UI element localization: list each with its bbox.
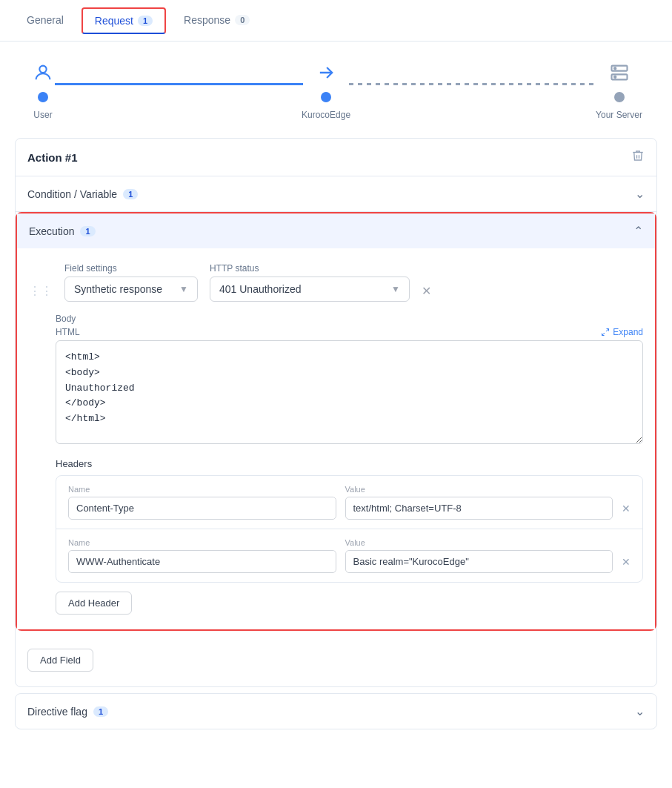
header-close-button-1[interactable]: ✕: [622, 503, 631, 514]
header-name-label-1: Name: [68, 485, 336, 494]
field-settings-dropdown[interactable]: Synthetic response ▼: [64, 277, 198, 302]
field-settings-chevron-icon: ▼: [179, 284, 188, 294]
condition-label-text: Condition / Variable: [27, 188, 117, 200]
svg-point-0: [39, 66, 46, 73]
header-row-1: Name Value ✕: [56, 476, 642, 529]
http-status-label: HTTP status: [210, 263, 410, 274]
header-value-col-1: Value: [345, 485, 613, 520]
http-status-value: 401 Unauthorized: [219, 283, 302, 295]
body-label: Body: [56, 314, 643, 324]
action-card: Action #1 Condition / Variable 1 ⌄: [15, 138, 657, 687]
progress-bar: User KurocoEdge Your Server: [0, 42, 672, 138]
execution-header[interactable]: Execution 1 ⌃: [17, 213, 655, 248]
tab-response-label: Response: [184, 14, 230, 26]
field-settings-row: ⋮⋮ Field settings Synthetic response ▼ H…: [29, 263, 643, 302]
server-label: Your Server: [596, 110, 642, 120]
header-name-col-1: Name: [68, 485, 336, 520]
progress-node-edge: KurocoEdge: [302, 59, 350, 120]
edge-label: KurocoEdge: [302, 110, 350, 120]
execution-badge: 1: [80, 226, 95, 236]
header-value-label-2: Value: [345, 538, 613, 547]
html-row: HTML Expand: [56, 327, 643, 337]
svg-point-4: [614, 76, 616, 78]
tab-response-badge: 0: [235, 15, 250, 25]
execution-label-group: Execution 1: [29, 225, 96, 237]
directive-flag-section[interactable]: Directive flag 1 ⌄: [15, 693, 657, 729]
svg-point-3: [614, 67, 616, 69]
tab-request-label: Request: [95, 15, 133, 27]
tab-request-badge: 1: [138, 16, 153, 26]
field-settings-value: Synthetic response: [74, 283, 162, 295]
http-status-group: HTTP status 401 Unauthorized ▼: [210, 263, 410, 302]
expand-label: Expand: [613, 327, 643, 337]
header-name-label-2: Name: [68, 538, 336, 547]
header-row-2: Name Value ✕: [56, 529, 642, 582]
tab-response[interactable]: Response 0: [172, 8, 262, 33]
body-section: Body HTML Expand <html> <body> Unauthori…: [56, 314, 643, 615]
tab-bar: General Request 1 Response 0: [0, 0, 672, 42]
expand-button[interactable]: Expand: [601, 327, 643, 337]
execution-label-text: Execution: [29, 225, 74, 237]
condition-variable-section[interactable]: Condition / Variable 1 ⌄: [16, 176, 656, 212]
drag-handle-icon[interactable]: ⋮⋮: [29, 284, 53, 298]
field-settings-group: Field settings Synthetic response ▼: [64, 263, 198, 302]
edge-dot: [321, 92, 331, 102]
user-dot: [38, 92, 48, 102]
action-header: Action #1: [16, 139, 656, 176]
add-field-button[interactable]: Add Field: [27, 649, 93, 672]
header-value-input-2[interactable]: [345, 550, 613, 573]
condition-chevron-icon: ⌄: [635, 187, 645, 201]
header-value-label-1: Value: [345, 485, 613, 494]
header-name-col-2: Name: [68, 538, 336, 573]
condition-label-group: Condition / Variable 1: [27, 188, 138, 200]
execution-body: ⋮⋮ Field settings Synthetic response ▼ H…: [17, 248, 655, 629]
action-title: Action #1: [27, 151, 78, 164]
tab-general[interactable]: General: [15, 8, 76, 33]
arrow-icon: [313, 59, 339, 86]
add-header-button[interactable]: Add Header: [56, 592, 132, 615]
line-user-edge: [55, 83, 303, 85]
directive-badge: 1: [93, 706, 108, 717]
field-row-close-button[interactable]: ✕: [422, 284, 431, 298]
tab-general-label: General: [27, 14, 64, 26]
http-status-chevron-icon: ▼: [391, 284, 400, 294]
progress-node-user: User: [30, 59, 56, 120]
user-label: User: [33, 110, 52, 120]
server-dot: [614, 92, 625, 102]
header-name-input-2[interactable]: [68, 550, 336, 573]
main-content: Action #1 Condition / Variable 1 ⌄: [0, 138, 672, 744]
header-close-button-2[interactable]: ✕: [622, 556, 631, 568]
execution-wrapper: Execution 1 ⌃ ⋮⋮ Field settings Syntheti…: [16, 212, 656, 631]
code-textarea[interactable]: <html> <body> Unauthorized </body> </htm…: [56, 340, 643, 444]
header-value-input-1[interactable]: [345, 497, 613, 520]
headers-container: Name Value ✕ Name: [56, 475, 643, 583]
directive-label-text: Directive flag: [27, 706, 87, 718]
add-field-section: Add Field: [16, 634, 656, 686]
line-edge-server: [349, 83, 597, 85]
directive-chevron-icon: ⌄: [635, 704, 645, 718]
headers-label: Headers: [56, 458, 643, 469]
tab-request[interactable]: Request 1: [81, 7, 166, 34]
html-label: HTML: [56, 327, 80, 337]
execution-chevron-icon: ⌃: [633, 224, 643, 238]
user-icon: [30, 59, 56, 86]
http-status-dropdown[interactable]: 401 Unauthorized ▼: [210, 277, 410, 302]
server-icon: [606, 59, 633, 86]
progress-node-server: Your Server: [596, 59, 642, 120]
condition-badge: 1: [123, 189, 138, 199]
delete-action-button[interactable]: [631, 149, 645, 165]
field-settings-label: Field settings: [64, 263, 198, 274]
header-name-input-1[interactable]: [68, 497, 336, 520]
directive-label-group: Directive flag 1: [27, 706, 108, 718]
header-value-col-2: Value: [345, 538, 613, 573]
